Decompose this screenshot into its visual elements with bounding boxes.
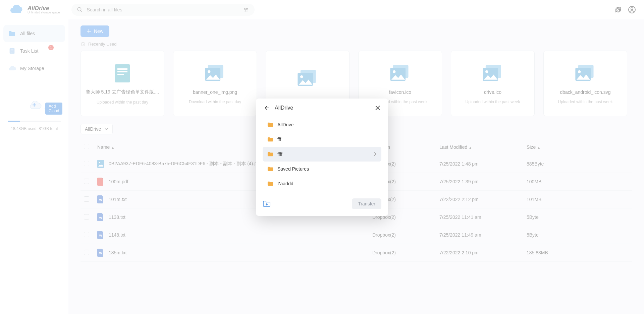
back-icon[interactable]: [263, 105, 270, 111]
folder-item[interactable]: fff: [263, 132, 381, 147]
folder-item[interactable]: AllDrive: [263, 117, 381, 132]
close-icon[interactable]: [375, 105, 381, 111]
folder-name: Zaaddd: [277, 181, 293, 186]
folder-item[interactable]: ffff: [263, 147, 381, 162]
folder-icon: [267, 166, 273, 172]
folder-item[interactable]: Saved Pictures: [263, 162, 381, 176]
folder-icon: [267, 151, 273, 157]
folder-icon: [267, 122, 273, 127]
folder-icon: [267, 181, 273, 186]
folder-name: Saved Pictures: [277, 166, 309, 172]
transfer-button[interactable]: Transfer: [352, 198, 381, 209]
folder-icon: [267, 137, 273, 142]
new-folder-icon[interactable]: [263, 200, 271, 207]
chevron-right-icon: [373, 152, 377, 156]
folder-name: fff: [277, 137, 281, 142]
folder-item[interactable]: Zaaddd: [263, 176, 381, 191]
folder-name: AllDrive: [277, 122, 293, 127]
modal-scrim: AllDrive AllDrivefffffffSaved PicturesZa…: [0, 0, 644, 314]
transfer-modal: AllDrive AllDrivefffffffSaved PicturesZa…: [256, 99, 388, 216]
folder-name: ffff: [277, 151, 282, 157]
modal-title: AllDrive: [275, 105, 293, 111]
